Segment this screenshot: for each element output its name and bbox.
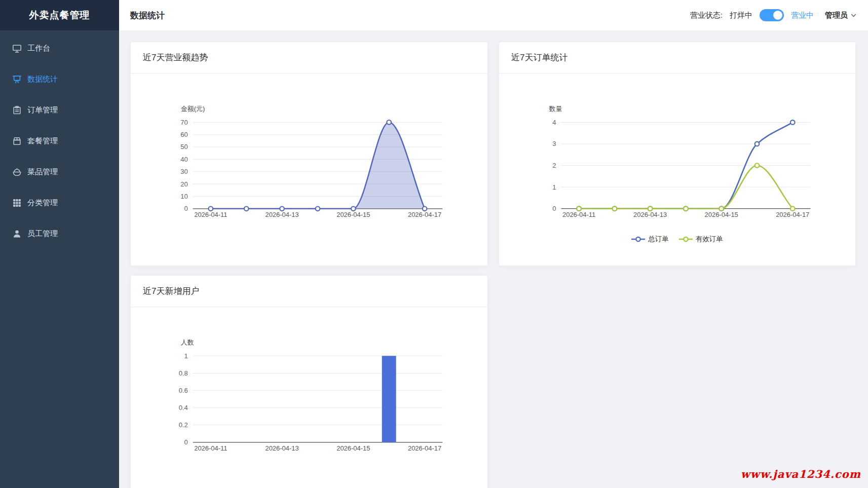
user-menu[interactable]: 管理员 [825,11,857,20]
svg-text:2026-04-13: 2026-04-13 [265,211,298,218]
svg-text:0.8: 0.8 [179,369,188,377]
legend-item[interactable]: 总订单 [631,235,669,244]
users-chart-body: 00.20.40.60.81人数2026-04-112026-04-132026… [131,307,487,488]
sidebar-item-label: 套餐管理 [27,136,58,146]
page-title: 数据统计 [130,10,165,21]
svg-text:70: 70 [180,119,187,126]
user-name: 管理员 [825,11,848,20]
card-title: 近7天新增用户 [131,276,487,307]
svg-text:2026-04-15: 2026-04-15 [336,444,370,452]
svg-text:2026-04-13: 2026-04-13 [633,211,667,218]
legend-label: 总订单 [648,235,669,244]
svg-text:2026-04-11: 2026-04-11 [194,444,227,452]
svg-text:0: 0 [184,438,187,446]
svg-text:数量: 数量 [549,105,562,112]
sidebar-item-workbench[interactable]: 工作台 [0,33,119,64]
card-new-users: 近7天新增用户 00.20.40.60.81人数2026-04-112026-0… [130,275,488,488]
watermark: www.java1234.com [741,468,861,480]
sidebar-item-label: 工作台 [27,44,50,53]
legend-label: 有效订单 [696,235,723,244]
sidebar-item-label: 订单管理 [27,105,58,115]
svg-text:2026-04-17: 2026-04-17 [408,444,441,452]
svg-text:2026-04-17: 2026-04-17 [776,211,809,218]
svg-text:3: 3 [552,140,556,147]
svg-text:10: 10 [180,193,187,200]
svg-text:1: 1 [552,183,556,191]
grid-icon [12,198,22,208]
sidebar-item-statistics[interactable]: 数据统计 [0,64,119,95]
svg-text:2026-04-15: 2026-04-15 [336,211,370,218]
topbar: 数据统计 营业状态: 打烊中 营业中 管理员 [119,0,868,30]
svg-text:金额(元): 金额(元) [181,105,205,112]
card-title: 近7天营业额趋势 [131,42,487,73]
svg-text:0.6: 0.6 [179,387,188,394]
svg-text:人数: 人数 [181,339,194,346]
status-open-label: 营业中 [791,11,814,20]
svg-text:20: 20 [180,180,187,188]
legend-item[interactable]: 有效订单 [679,235,723,244]
sidebar: 外卖点餐管理 工作台 数据统计 [0,0,119,488]
revenue-chart-body: 010203040506070金额(元)2026-04-112026-04-13… [131,73,487,266]
main-content: 近7天营业额趋势 010203040506070金额(元)2026-04-112… [119,30,868,488]
svg-text:30: 30 [180,168,187,175]
svg-text:2026-04-11: 2026-04-11 [194,211,227,218]
legend-line-marker-icon [631,236,645,242]
svg-text:0.4: 0.4 [179,404,188,411]
sidebar-item-packages[interactable]: 套餐管理 [0,126,119,157]
food-bowl-icon [12,167,22,177]
sidebar-item-label: 菜品管理 [27,167,58,177]
sidebar-nav: 工作台 数据统计 订单管理 [0,30,119,249]
monitor-icon [12,44,22,53]
svg-text:2026-04-15: 2026-04-15 [705,211,738,218]
sidebar-item-label: 数据统计 [27,74,58,84]
sidebar-item-staff[interactable]: 员工管理 [0,218,119,249]
legend-line-marker-icon [679,236,693,242]
sidebar-item-categories[interactable]: 分类管理 [0,187,119,218]
sidebar-item-label: 员工管理 [27,229,58,239]
business-status-toggle[interactable] [760,9,784,21]
svg-text:0: 0 [184,205,187,212]
svg-text:4: 4 [552,119,556,126]
svg-text:1: 1 [184,352,187,360]
app-title: 外卖点餐管理 [0,0,119,30]
svg-text:2026-04-17: 2026-04-17 [408,211,441,218]
svg-text:50: 50 [180,143,187,151]
card-title: 近7天订单统计 [499,42,855,73]
status-closed-label: 打烊中 [730,11,752,20]
svg-text:40: 40 [180,156,187,163]
chart-legend: 总订单有效订单 [499,235,855,244]
svg-text:2: 2 [552,162,556,169]
user-icon [12,229,22,239]
order-icon [12,105,22,115]
toggle-knob [772,10,783,21]
revenue-area-chart[interactable]: 010203040506070金额(元)2026-04-112026-04-13… [131,73,487,266]
card-order-stats: 近7天订单统计 01234数量2026-04-112026-04-132026-… [499,42,856,266]
svg-text:2026-04-13: 2026-04-13 [265,444,298,452]
business-status-label: 营业状态: [690,11,723,20]
users-bar-chart[interactable]: 00.20.40.60.81人数2026-04-112026-04-132026… [131,307,487,488]
svg-text:60: 60 [180,131,187,138]
sidebar-item-dishes[interactable]: 菜品管理 [0,157,119,187]
topbar-right: 营业状态: 打烊中 营业中 管理员 [690,9,857,21]
sidebar-item-label: 分类管理 [27,198,58,208]
svg-text:0.2: 0.2 [179,421,188,429]
sidebar-item-orders[interactable]: 订单管理 [0,95,119,126]
chevron-down-icon [850,12,857,19]
takeaway-box-icon [12,136,22,146]
orders-chart-body: 01234数量2026-04-112026-04-132026-04-15202… [499,73,855,266]
svg-text:0: 0 [552,205,556,212]
card-revenue-trend: 近7天营业额趋势 010203040506070金额(元)2026-04-112… [130,42,488,266]
data-board-icon [12,74,22,84]
svg-text:2026-04-11: 2026-04-11 [562,211,595,218]
